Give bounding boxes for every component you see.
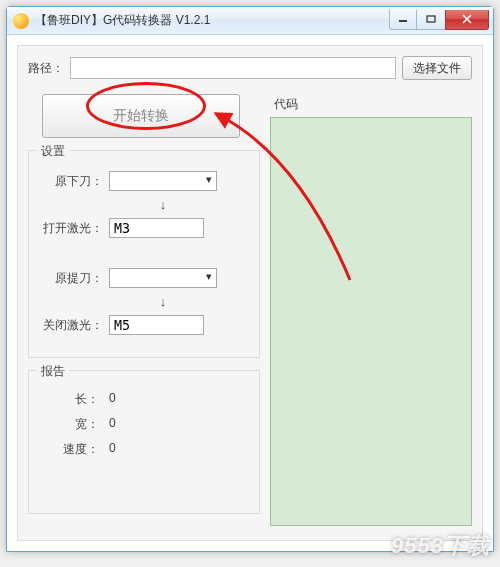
watermark: 9553下载: [391, 531, 490, 561]
annotation-arrow: [0, 0, 500, 567]
